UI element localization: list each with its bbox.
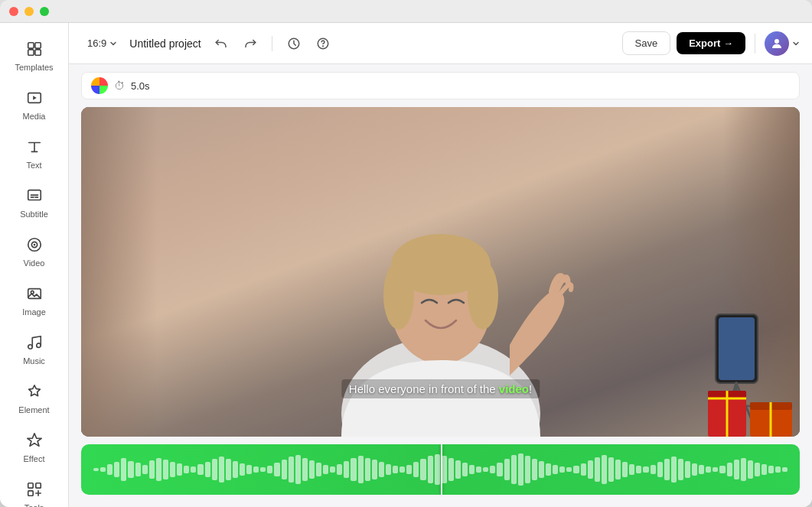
toolbar-vertical-divider (755, 34, 755, 54)
sidebar-item-label: Image (22, 307, 46, 317)
project-title: Untitled project (129, 37, 201, 50)
sidebar-item-tools[interactable]: Tools (5, 473, 64, 507)
duration-icon: ⏱ (114, 80, 125, 92)
waveform-bar (114, 462, 119, 477)
chevron-down-icon (109, 40, 117, 47)
waveform-bar (435, 454, 440, 485)
waveform-bar (260, 467, 266, 472)
audio-track[interactable] (81, 444, 800, 495)
waveform-bar (107, 464, 113, 475)
export-button[interactable]: Export → (677, 32, 745, 54)
video-subtitle: Hello everyone in front of the video! (341, 379, 540, 398)
waveform-bar (692, 463, 697, 476)
music-icon (24, 332, 45, 353)
avatar-dropdown[interactable] (765, 31, 800, 56)
waveform-bar (337, 464, 342, 475)
waveform-bar (608, 457, 614, 482)
waveform-bar (636, 466, 641, 473)
waveform-bar (664, 459, 670, 480)
waveform-bar (713, 467, 718, 472)
svg-point-25 (468, 261, 498, 330)
sidebar-item-subtitle[interactable]: Subtitle (5, 179, 64, 225)
waveform-bar (511, 455, 517, 484)
auto-caption-icon (287, 37, 301, 50)
waveform-bar (497, 463, 502, 476)
sidebar-item-label: Element (18, 405, 49, 414)
sidebar-item-element[interactable]: Element (5, 375, 64, 421)
waveform-bar (476, 466, 481, 473)
waveform-bar (483, 467, 488, 472)
video-frame: Hello everyone in front of the video! (81, 107, 800, 437)
undo-button[interactable] (209, 31, 233, 56)
waveform-bar (212, 459, 217, 480)
sidebar-item-label: Text (26, 161, 41, 170)
waveform-bar (651, 465, 656, 474)
svg-point-12 (36, 343, 41, 348)
minimize-button[interactable] (24, 7, 34, 16)
waveform-bar (629, 464, 634, 475)
sidebar-item-label: Music (23, 356, 45, 366)
waveform-bar (379, 462, 384, 477)
subtitle-text: Hello everyone in front of the (349, 382, 499, 395)
svg-rect-3 (34, 50, 40, 55)
toolbar: 16:9 Untitled project (69, 23, 812, 64)
sidebar-item-effect[interactable]: Effect (5, 424, 64, 470)
auto-caption-button[interactable] (282, 31, 306, 56)
playhead (441, 444, 442, 495)
sidebar-item-music[interactable]: Music (5, 326, 64, 372)
waveform-bar (226, 459, 231, 480)
waveform-bar (253, 466, 259, 473)
sidebar-item-templates[interactable]: Templates (5, 32, 64, 78)
sidebar-item-label: Templates (15, 63, 53, 72)
svg-rect-13 (28, 483, 32, 488)
waveform-bar (559, 466, 565, 473)
templates-icon (24, 38, 45, 60)
waveform-bar (442, 456, 447, 483)
export-label: Export → (689, 37, 733, 49)
waveform-bar (595, 457, 600, 482)
waveform-bar (372, 460, 377, 479)
element-icon (24, 381, 45, 402)
waveform-bar (205, 462, 210, 477)
waveform-bar (588, 460, 593, 479)
waveform-bar (184, 466, 189, 473)
sidebar-item-text[interactable]: Text (5, 130, 64, 176)
avatar[interactable] (765, 31, 789, 56)
gift-boxes (704, 375, 796, 437)
user-avatar-icon (770, 37, 784, 50)
waveform-bar (219, 457, 224, 483)
waveform-bar (546, 463, 551, 476)
video-canvas[interactable]: Hello everyone in front of the video! (81, 107, 800, 437)
waveform-bar (323, 465, 328, 474)
waveform-bar (163, 460, 168, 479)
waveform-bar (197, 464, 203, 475)
waveform-bar (274, 463, 279, 476)
aspect-ratio-button[interactable]: 16:9 (81, 34, 123, 52)
close-button[interactable] (9, 7, 18, 16)
tools-icon (24, 479, 45, 500)
waveform-bar (428, 456, 433, 483)
sidebar-item-label: Subtitle (20, 210, 48, 219)
sidebar-item-label: Tools (24, 503, 44, 507)
sidebar-item-video[interactable]: Video (5, 228, 64, 274)
media-icon (24, 87, 45, 109)
maximize-button[interactable] (40, 7, 49, 16)
waveform-bar (643, 466, 648, 473)
sidebar-item-image[interactable]: Image (5, 277, 64, 323)
svg-point-18 (322, 46, 323, 47)
svg-rect-27 (719, 317, 755, 380)
help-button[interactable] (311, 31, 335, 56)
waveform-bar (622, 462, 628, 477)
sidebar-item-label: Video (24, 258, 45, 268)
sidebar-item-media[interactable]: Media (5, 81, 64, 127)
video-preview-wrap: Hello everyone in front of the video! (81, 107, 800, 495)
save-button[interactable]: Save (622, 31, 671, 55)
svg-point-8 (33, 244, 35, 246)
waveform-bar (553, 465, 558, 474)
waveform-bar (671, 457, 677, 483)
redo-button[interactable] (238, 31, 263, 56)
title-bar (0, 0, 812, 23)
waveform-bar (518, 453, 523, 486)
svg-point-24 (383, 261, 414, 330)
svg-rect-1 (34, 43, 40, 48)
